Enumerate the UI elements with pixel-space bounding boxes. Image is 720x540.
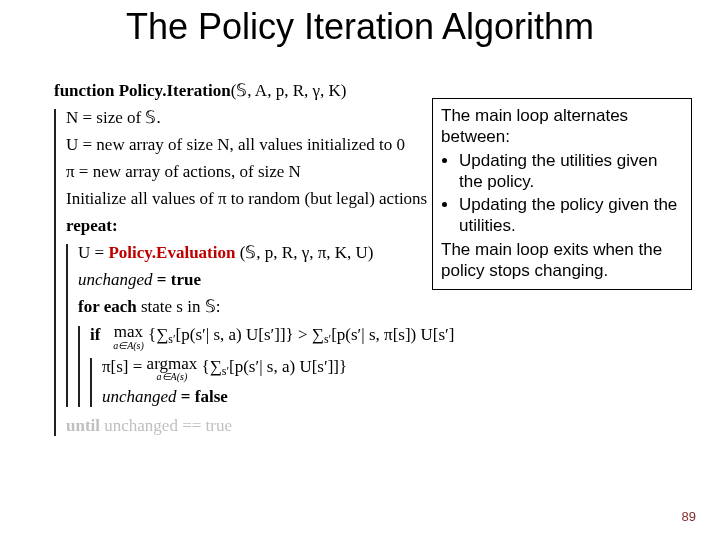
- algo-line-if: if max a∈A(s) {∑s′[p(s′| s, a) U[s′]]} >…: [90, 324, 694, 350]
- indent-bar-4: [90, 358, 92, 407]
- fn-args: (𝕊, A, p, R, γ, K): [231, 80, 347, 103]
- box-bullet: Updating the policy given the utilities.: [459, 194, 683, 237]
- box-bullets: Updating the utilities given the policy.…: [459, 150, 683, 237]
- page-number: 89: [682, 509, 696, 524]
- fn-name: Policy.Iteration: [119, 80, 231, 103]
- fn-keyword: function: [54, 80, 114, 103]
- eval-call: Policy.Evaluation: [108, 243, 235, 262]
- algo-line-unchanged-false: unchanged = false: [102, 386, 694, 409]
- algo-line-piassign: π[s] = argmax a∈A(s) {∑s′[p(s′| s, a) U[…: [102, 356, 694, 382]
- indent-bar-1: [54, 109, 56, 436]
- algo-line-until: until unchanged == true: [66, 415, 694, 438]
- box-intro: The main loop alternates between:: [441, 105, 683, 148]
- explainer-box: The main loop alternates between: Updati…: [432, 98, 692, 290]
- indent-bar-2: [66, 244, 68, 407]
- slide-title: The Policy Iteration Algorithm: [0, 6, 720, 48]
- box-outro: The main loop exits when the policy stop…: [441, 239, 683, 282]
- box-bullet: Updating the utilities given the policy.: [459, 150, 683, 193]
- algo-line-foreach: for each state s in 𝕊:: [78, 296, 694, 319]
- indent-bar-3: [78, 326, 80, 406]
